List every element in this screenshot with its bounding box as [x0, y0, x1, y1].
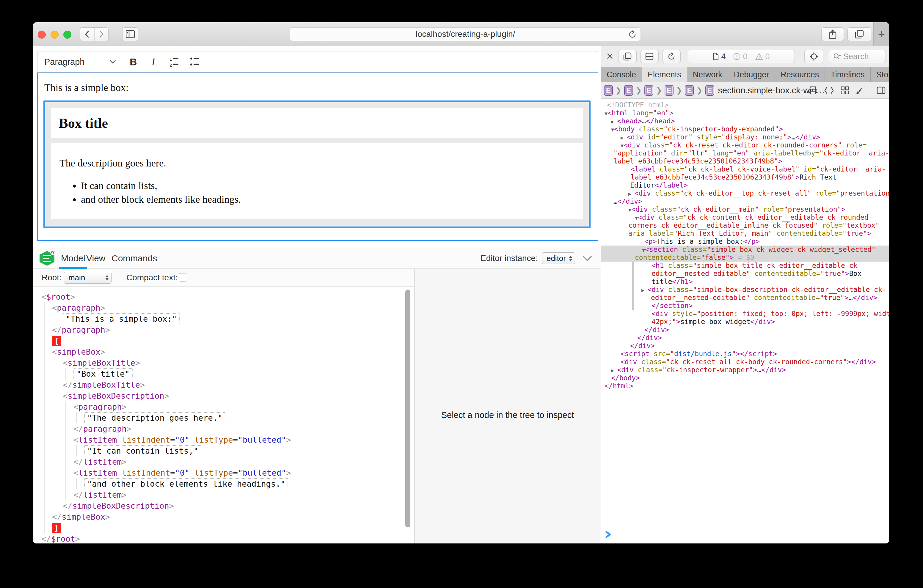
description-list[interactable]: It can contain lists,and other block ele…: [51, 180, 583, 205]
devtools-tab-console[interactable]: Console: [601, 67, 642, 82]
dom-tree-line[interactable]: </section>: [601, 302, 889, 310]
dom-tree-line[interactable]: <h1 class="simple-box-title ck-editor__e…: [601, 261, 889, 269]
inspector-tab-view[interactable]: View: [86, 248, 105, 269]
sidebar-toggle-button[interactable]: [122, 27, 138, 41]
dom-tree-line[interactable]: <!DOCTYPE html>: [601, 101, 889, 109]
tab-overview-button[interactable]: [847, 27, 871, 41]
paragraph-dropdown-chevron[interactable]: [109, 51, 116, 72]
code-brackets-icon[interactable]: [824, 87, 834, 94]
text-node[interactable]: "It can contain lists,": [84, 445, 201, 456]
model-tree-line[interactable]: </listItem>: [33, 456, 414, 467]
dom-tree-line[interactable]: label_e63cbbfece34c53ce23501062343f49b8"…: [601, 173, 889, 181]
numbered-list-button[interactable]: 12: [169, 51, 182, 72]
devtools-reload-button[interactable]: [662, 50, 681, 63]
issues-summary[interactable]: 4 0 0: [688, 50, 795, 63]
dom-tree-line[interactable]: aria-label="Rich Text Editor, main" cont…: [601, 230, 889, 238]
element-picker-button[interactable]: [804, 50, 823, 63]
dom-tree-line[interactable]: 42px;">simple box widget</div>: [601, 318, 889, 326]
forward-button[interactable]: [95, 28, 108, 41]
dom-tree-line[interactable]: </html>: [601, 382, 889, 390]
devtools-tab-network[interactable]: Network: [687, 67, 728, 82]
breadcrumb-element-badge[interactable]: E: [604, 85, 613, 96]
simple-box-title-area[interactable]: Box title: [51, 108, 583, 138]
model-tree-line[interactable]: <$root>: [33, 291, 414, 302]
text-node[interactable]: "Box title": [74, 368, 133, 379]
model-tree-line[interactable]: [: [33, 335, 414, 346]
devtools-search-field[interactable]: Search: [829, 50, 886, 63]
dom-tree-line[interactable]: …</div>: [601, 197, 889, 205]
dom-tree-line[interactable]: ▶ <div class="ck ck-editor__top ck-reset…: [601, 189, 889, 197]
model-tree-line[interactable]: </simpleBox>: [33, 511, 414, 522]
model-tree-line[interactable]: "It can contain lists,": [33, 445, 414, 456]
dom-tree-line[interactable]: ▼<div class="ck ck-editor__main" role="p…: [601, 205, 889, 214]
model-tree-line[interactable]: <listItem listIndent="0" listType="bulle…: [33, 467, 414, 478]
console-prompt-bar[interactable]: [601, 527, 889, 544]
model-tree-line[interactable]: "This is a simple box:": [33, 313, 414, 324]
italic-button[interactable]: I: [152, 51, 155, 72]
dom-tree-line[interactable]: ▶ <div id="editor" style="display: none;…: [601, 133, 889, 141]
model-tree-line[interactable]: <simpleBox>: [33, 346, 414, 357]
breadcrumb-element-badge[interactable]: E: [644, 85, 653, 96]
inspector-tab-commands[interactable]: Commands: [112, 248, 157, 269]
dom-tree-line[interactable]: editor__nested-editable" contenteditable…: [601, 269, 889, 278]
devtools-close-button[interactable]: [604, 50, 616, 62]
root-select[interactable]: main: [64, 272, 112, 284]
dom-tree-line[interactable]: ▶ <div class="simple-box-description ck-…: [601, 286, 889, 294]
dom-tree-line[interactable]: <div style="position: fixed; top: 0px; l…: [601, 310, 889, 318]
model-tree-line[interactable]: "The description goes here.": [33, 412, 414, 423]
close-window-button[interactable]: [38, 31, 46, 39]
dom-tree-line[interactable]: title</h1>: [601, 278, 889, 286]
dom-tree-line[interactable]: ▶ <div class="ck-inspector-wrapper">…</d…: [601, 366, 889, 374]
list-item[interactable]: and other block elements like headings.: [81, 194, 583, 205]
model-tree-line[interactable]: "Box title": [33, 368, 414, 379]
inspector-collapse-button[interactable]: [582, 255, 592, 261]
text-node[interactable]: "The description goes here.": [84, 412, 225, 423]
simple-box-description-area[interactable]: The description goes here. It can contai…: [51, 143, 583, 219]
dom-tree-line[interactable]: <label class="ck ck-label ck-voice-label…: [601, 165, 889, 173]
styles-brush-icon[interactable]: [856, 86, 863, 95]
tree-scrollbar[interactable]: [405, 289, 411, 527]
editor-paragraph[interactable]: This is a simple box:: [44, 82, 128, 94]
back-button[interactable]: [80, 28, 95, 41]
dom-tree-line[interactable]: </body>: [601, 374, 889, 382]
devtools-tab-debugger[interactable]: Debugger: [728, 67, 775, 82]
text-node[interactable]: "This is a simple box:": [63, 313, 180, 324]
dom-tree-line[interactable]: ▶ <head>…</head>: [601, 117, 889, 125]
breadcrumb-element-badge[interactable]: E: [685, 85, 694, 96]
details-sidebar-icon[interactable]: [877, 87, 885, 94]
model-tree-line[interactable]: ]: [33, 522, 414, 533]
breadcrumb-element-badge[interactable]: E: [665, 85, 673, 96]
devtools-tab-timelines[interactable]: Timelines: [825, 67, 870, 82]
editor-instance-select[interactable]: editor: [542, 252, 575, 264]
dock-side-button[interactable]: [640, 50, 659, 63]
model-tree-line[interactable]: </paragraph>: [33, 324, 414, 335]
breadcrumb-element-badge[interactable]: E: [624, 85, 633, 96]
description-paragraph[interactable]: The description goes here.: [51, 143, 583, 169]
minimize-window-button[interactable]: [51, 31, 59, 39]
dom-tree-line[interactable]: "application" dir="ltr" lang="en" aria-l…: [601, 149, 889, 157]
devtools-tab-resources[interactable]: Resources: [775, 67, 825, 82]
devtools-tab-storage[interactable]: Storage: [870, 67, 889, 82]
inspector-tab-model[interactable]: Model: [61, 248, 85, 269]
dom-tree-line[interactable]: corners ck-editor__editable_inline ck-fo…: [601, 222, 889, 230]
url-bar[interactable]: localhost/creating-a-plugin/: [290, 27, 641, 41]
model-tree-line[interactable]: </paragraph>: [33, 423, 414, 434]
paragraph-dropdown[interactable]: Paragraph: [44, 51, 84, 72]
new-tab-button[interactable]: +: [873, 22, 889, 46]
model-tree-line[interactable]: <paragraph>: [33, 401, 414, 412]
zoom-window-button[interactable]: [63, 31, 71, 39]
model-tree-line[interactable]: <listItem listIndent="0" listType="bulle…: [33, 434, 414, 445]
box-title-heading[interactable]: Box title: [51, 108, 583, 131]
dom-tree-line[interactable]: ▼<html lang="en">: [601, 109, 889, 117]
model-tree-line[interactable]: </$root>: [33, 533, 414, 544]
editor-editable-area[interactable]: This is a simple box: Box title The desc…: [37, 72, 598, 241]
model-tree-line[interactable]: <simpleBoxTitle>: [33, 357, 414, 368]
compact-text-checkbox[interactable]: [179, 273, 187, 281]
dom-tree-line[interactable]: ▼<div class="ck ck-content ck-editor__ed…: [601, 214, 889, 222]
breadcrumb-element-badge[interactable]: E: [705, 85, 714, 96]
list-item[interactable]: It can contain lists,: [81, 180, 583, 191]
dom-tree-line[interactable]: ▼<body class="ck-inspector-body-expanded…: [601, 125, 889, 133]
dom-tree-line[interactable]: Editor</label>: [601, 181, 889, 189]
simple-box-widget[interactable]: Box title The description goes here. It …: [43, 100, 591, 228]
bold-button[interactable]: B: [130, 51, 137, 72]
